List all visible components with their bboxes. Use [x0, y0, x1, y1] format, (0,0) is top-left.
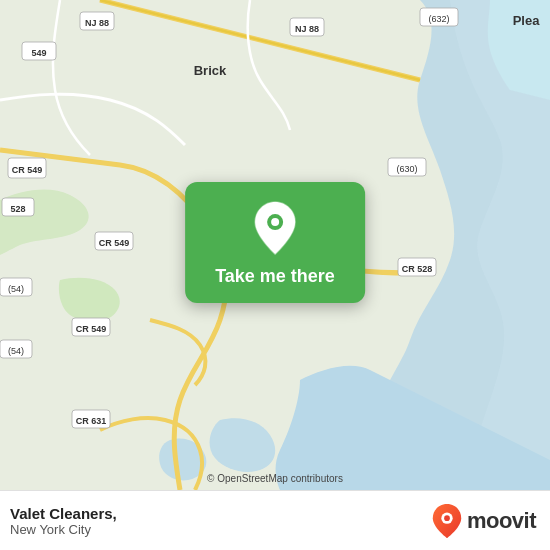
svg-text:(630): (630)	[396, 164, 417, 174]
svg-text:CR 631: CR 631	[76, 416, 107, 426]
svg-text:549: 549	[31, 48, 46, 58]
take-me-there-card[interactable]: Take me there	[185, 182, 365, 303]
place-info: Valet Cleaners, New York City	[10, 505, 117, 537]
svg-text:Brick: Brick	[194, 63, 227, 78]
svg-text:NJ 88: NJ 88	[85, 18, 109, 28]
svg-text:(54): (54)	[8, 346, 24, 356]
svg-text:(632): (632)	[428, 14, 449, 24]
svg-text:CR 549: CR 549	[99, 238, 130, 248]
map-container: CR 549 528 NJ 88 NJ 88 549 (632) (630) C…	[0, 0, 550, 490]
moovit-pin-icon	[431, 503, 463, 539]
svg-text:CR 528: CR 528	[402, 264, 433, 274]
place-name: Valet Cleaners,	[10, 505, 117, 522]
place-city: New York City	[10, 522, 117, 537]
svg-text:528: 528	[10, 204, 25, 214]
svg-text:(54): (54)	[8, 284, 24, 294]
svg-point-37	[444, 515, 450, 521]
moovit-brand-text: moovit	[467, 508, 536, 534]
svg-text:CR 549: CR 549	[12, 165, 43, 175]
svg-text:Plea: Plea	[513, 13, 541, 28]
svg-text:© OpenStreetMap contributors: © OpenStreetMap contributors	[207, 473, 343, 484]
svg-text:CR 549: CR 549	[76, 324, 107, 334]
svg-point-35	[271, 218, 279, 226]
take-me-there-button[interactable]: Take me there	[215, 266, 335, 287]
moovit-logo: moovit	[431, 503, 536, 539]
svg-text:NJ 88: NJ 88	[295, 24, 319, 34]
bottom-bar: Valet Cleaners, New York City moovit	[0, 490, 550, 550]
location-pin-icon	[251, 200, 299, 256]
